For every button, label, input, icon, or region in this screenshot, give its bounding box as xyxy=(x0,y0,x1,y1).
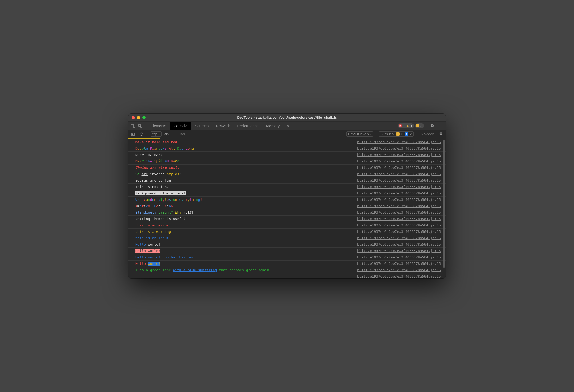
title-bar: DevTools - stackblitz.com/edit/node-colo… xyxy=(128,114,446,122)
tabs-overflow-button[interactable]: » xyxy=(283,122,293,130)
log-row: this is an errorblitz.e1937cc6e2ee7e…3f4… xyxy=(128,222,446,229)
scrollbar[interactable] xyxy=(443,140,445,268)
error-count: 1 xyxy=(403,124,405,128)
issues-label: 5 Issues: xyxy=(381,132,395,136)
divider xyxy=(173,132,173,137)
window-title: DevTools - stackblitz.com/edit/node-colo… xyxy=(128,115,446,119)
minimize-window-button[interactable] xyxy=(137,116,140,119)
source-link[interactable]: blitz.e1937cc6e2ee7e…3f4063378a564.js:15 xyxy=(357,217,441,221)
context-selector[interactable]: top xyxy=(151,131,162,137)
source-link[interactable]: blitz.e1937cc6e2ee7e…3f4063378a564.js:15 xyxy=(357,274,441,278)
errors-warnings-badge[interactable]: ✕1 ▲1 xyxy=(398,123,414,128)
status-badges: ✕1 ▲1 !3 xyxy=(396,123,426,128)
log-row: DЯØ₱ ƬΉΣ BΛƧƧblitz.e1937cc6e2ee7e…3f4063… xyxy=(128,152,446,158)
issues-warn-icon: ! xyxy=(396,132,400,136)
log-row: Ð₭Ø₱ Ƭhe ЯДi̊ÑßØШ ßΛƧƧblitz.e1937cc6e2ee… xyxy=(128,158,446,165)
error-icon: ✕ xyxy=(399,124,402,127)
source-link[interactable]: blitz.e1937cc6e2ee7e…3f4063378a564.js:15 xyxy=(357,210,441,214)
log-row: Hello world!blitz.e1937cc6e2ee7e…3f40633… xyxy=(128,248,446,254)
source-link[interactable]: blitz.e1937cc6e2ee7e…3f4063378a564.js:15 xyxy=(357,185,441,189)
source-link[interactable]: blitz.e1937cc6e2ee7e…3f4063378a564.js:15 xyxy=(357,166,441,170)
inspect-icon[interactable] xyxy=(128,122,136,130)
source-link[interactable]: blitz.e1937cc6e2ee7e…3f4063378a564.js:15 xyxy=(357,140,441,144)
source-link[interactable]: blitz.e1937cc6e2ee7e…3f4063378a564.js:15 xyxy=(357,268,441,272)
filter-input[interactable] xyxy=(176,131,290,137)
source-link[interactable]: blitz.e1937cc6e2ee7e…3f4063378a564.js:15 xyxy=(357,230,441,234)
tab-sources[interactable]: Sources xyxy=(191,122,212,130)
log-row: Chains are also cool.blitz.e1937cc6e2ee7… xyxy=(128,165,446,171)
divider xyxy=(146,123,146,128)
log-row: Double Rainbows All Day Longblitz.e1937c… xyxy=(128,145,446,152)
issues-count: 3 xyxy=(420,124,422,128)
svg-point-5 xyxy=(166,133,167,135)
source-link[interactable]: blitz.e1937cc6e2ee7e…3f4063378a564.js:15 xyxy=(357,249,441,253)
source-link[interactable]: blitz.e1937cc6e2ee7e…3f4063378a564.js:15 xyxy=(357,191,441,195)
log-row: America, Heck Yeah!blitz.e1937cc6e2ee7e…… xyxy=(128,203,446,209)
source-link[interactable]: blitz.e1937cc6e2ee7e…3f4063378a564.js:15 xyxy=(357,204,441,208)
more-icon[interactable]: ⋮ xyxy=(436,123,446,129)
log-row: Zebras are so fun!blitz.e1937cc6e2ee7e…3… xyxy=(128,177,446,184)
divider xyxy=(376,132,376,137)
log-row: Make it bold and redblitz.e1937cc6e2ee7e… xyxy=(128,139,446,145)
log-row: This is not fun.blitz.e1937cc6e2ee7e…3f4… xyxy=(128,184,446,190)
toggle-sidebar-icon[interactable] xyxy=(129,131,136,137)
main-toolbar: Elements Console Sources Network Perform… xyxy=(128,122,446,130)
window-controls xyxy=(132,116,146,119)
tab-console[interactable]: Console xyxy=(170,122,191,130)
source-link[interactable]: blitz.e1937cc6e2ee7e…3f4063378a564.js:15 xyxy=(357,236,441,240)
log-row: Blindingly bright? Why not?!blitz.e1937c… xyxy=(128,209,446,216)
source-link[interactable]: blitz.e1937cc6e2ee7e…3f4063378a564.js:15 xyxy=(357,153,441,157)
source-link[interactable]: blitz.e1937cc6e2ee7e…3f4063378a564.js:15 xyxy=(357,255,441,259)
divider xyxy=(416,132,416,137)
source-link[interactable]: blitz.e1937cc6e2ee7e…3f4063378a564.js:15 xyxy=(357,223,441,227)
live-expression-icon[interactable] xyxy=(163,131,170,137)
log-row: Hello World! Foo bar biz bazblitz.e1937c… xyxy=(128,254,446,261)
console-settings-icon[interactable] xyxy=(437,132,445,137)
log-row: this is a warningblitz.e1937cc6e2ee7e…3f… xyxy=(128,229,446,235)
log-row: Hello world!blitz.e1937cc6e2ee7e…3f40633… xyxy=(128,261,446,267)
clear-console-icon[interactable] xyxy=(138,131,145,137)
warning-count: 1 xyxy=(411,124,412,128)
log-levels-selector[interactable]: Default levels xyxy=(346,131,373,137)
log-row: So are inverse styles!blitz.e1937cc6e2ee… xyxy=(128,171,446,177)
log-row: Use random styles on everything!blitz.e1… xyxy=(128,197,446,203)
tab-elements[interactable]: Elements xyxy=(147,122,170,130)
issues-info-icon: ! xyxy=(405,132,408,136)
log-row: I am a green line with a blue substring … xyxy=(128,267,446,273)
console-output: Make it bold and redblitz.e1937cc6e2ee7e… xyxy=(128,139,446,278)
warning-icon: ▲ xyxy=(406,124,410,127)
log-row: this is an inputblitz.e1937cc6e2ee7e…3f4… xyxy=(128,235,446,241)
panel-tabs: Elements Console Sources Network Perform… xyxy=(147,122,293,130)
source-link[interactable]: blitz.e1937cc6e2ee7e…3f4063378a564.js:15 xyxy=(357,178,441,182)
log-row: Background color attack!blitz.e1937cc6e2… xyxy=(128,190,446,197)
divider xyxy=(148,132,148,137)
console-filter-bar: top Default levels 5 Issues: !3 !2 6 hid… xyxy=(128,130,446,138)
log-row: Hello World!blitz.e1937cc6e2ee7e…3f40633… xyxy=(128,241,446,248)
device-toggle-icon[interactable] xyxy=(136,122,144,130)
log-row: blitz.e1937cc6e2ee7e…3f4063378a564.js:15 xyxy=(128,273,446,278)
log-row: Setting themes is usefulblitz.e1937cc6e2… xyxy=(128,216,446,222)
issues-badge[interactable]: !3 xyxy=(415,123,424,128)
tab-memory[interactable]: Memory xyxy=(262,122,284,130)
close-window-button[interactable] xyxy=(132,116,135,119)
issues-icon: ! xyxy=(416,124,419,127)
devtools-window: DevTools - stackblitz.com/edit/node-colo… xyxy=(128,114,446,278)
hidden-messages-label[interactable]: 6 hidden xyxy=(419,132,436,136)
source-link[interactable]: blitz.e1937cc6e2ee7e…3f4063378a564.js:15 xyxy=(357,198,441,202)
tab-performance[interactable]: Performance xyxy=(233,122,262,130)
source-link[interactable]: blitz.e1937cc6e2ee7e…3f4063378a564.js:15 xyxy=(357,159,441,163)
source-link[interactable]: blitz.e1937cc6e2ee7e…3f4063378a564.js:15 xyxy=(357,146,441,150)
divider xyxy=(427,123,427,128)
source-link[interactable]: blitz.e1937cc6e2ee7e…3f4063378a564.js:15 xyxy=(357,242,441,246)
tab-network[interactable]: Network xyxy=(212,122,233,130)
source-link[interactable]: blitz.e1937cc6e2ee7e…3f4063378a564.js:15 xyxy=(357,262,441,266)
source-link[interactable]: blitz.e1937cc6e2ee7e…3f4063378a564.js:15 xyxy=(357,172,441,176)
settings-icon[interactable] xyxy=(428,122,436,130)
issues-summary[interactable]: 5 Issues: !3 !2 xyxy=(379,131,414,137)
zoom-window-button[interactable] xyxy=(142,116,146,119)
